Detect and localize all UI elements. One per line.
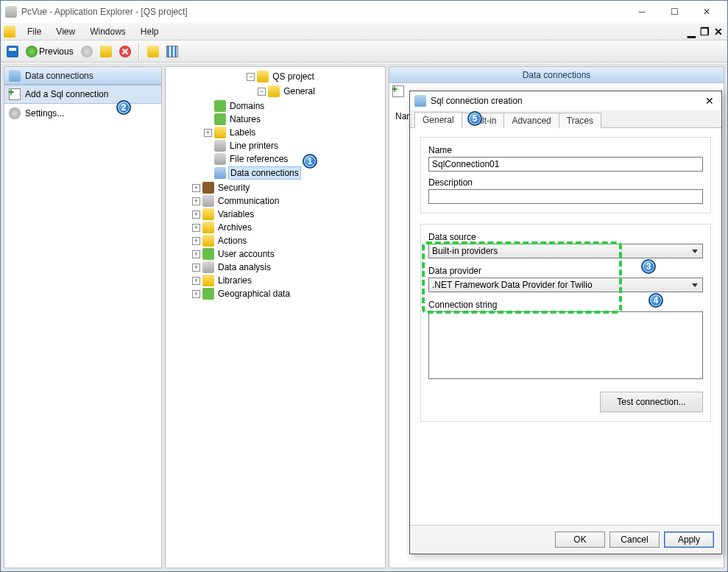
save-button[interactable] bbox=[4, 43, 21, 60]
open-folder-button[interactable] bbox=[97, 43, 115, 60]
dialog-close-button[interactable]: ✕ bbox=[702, 95, 717, 107]
action-settings[interactable]: Settings... bbox=[4, 104, 161, 123]
sql-connection-creation-dialog: Sql connection creation ✕ General Built-… bbox=[409, 91, 722, 554]
tree-actions[interactable]: Actions bbox=[216, 235, 248, 247]
communication-icon bbox=[202, 195, 214, 207]
tree-root[interactable]: QS project bbox=[271, 71, 316, 82]
expander-icon[interactable]: + bbox=[192, 277, 200, 285]
apply-button[interactable]: Apply bbox=[664, 532, 714, 548]
mdi-restore-button[interactable]: ❐ bbox=[700, 26, 710, 38]
action-label: Settings... bbox=[25, 108, 64, 119]
cancel-button[interactable]: Cancel bbox=[609, 532, 660, 548]
expander-icon[interactable]: + bbox=[192, 224, 200, 232]
libraries-icon bbox=[202, 275, 214, 286]
menu-help[interactable]: Help bbox=[133, 25, 166, 38]
actions-icon bbox=[202, 235, 214, 247]
geographical-icon bbox=[202, 288, 214, 300]
label-data-provider: Data provider bbox=[428, 266, 703, 276]
action-label: Add a Sql connection bbox=[25, 89, 108, 99]
input-name[interactable] bbox=[428, 157, 703, 172]
menu-windows[interactable]: Windows bbox=[82, 25, 133, 38]
label-name: Name bbox=[428, 145, 703, 155]
project-icon bbox=[257, 71, 269, 82]
folder-icon bbox=[268, 85, 280, 97]
menu-view[interactable]: View bbox=[49, 25, 82, 38]
printer-icon bbox=[214, 140, 226, 152]
combo-data-source[interactable]: Built-in providers bbox=[428, 244, 703, 258]
menubar: File View Windows Help ▁ ❐ ✕ bbox=[1, 23, 727, 40]
mdi-minimize-button[interactable]: ▁ bbox=[688, 26, 696, 38]
menu-file[interactable]: File bbox=[20, 25, 49, 38]
tree-archives[interactable]: Archives bbox=[216, 222, 253, 233]
test-connection-button[interactable]: Test connection... bbox=[600, 392, 703, 412]
data-connections-icon bbox=[214, 167, 226, 179]
expander-icon[interactable]: + bbox=[192, 264, 200, 272]
callout-badge-4: 4 bbox=[649, 293, 663, 308]
combo-data-provider[interactable]: .NET Framework Data Provider for Twilio bbox=[428, 278, 703, 292]
tree-data-connections[interactable]: Data connections bbox=[228, 166, 301, 180]
stop-icon bbox=[119, 46, 131, 57]
mdi-close-button[interactable]: ✕ bbox=[714, 26, 723, 38]
back-label: Previous bbox=[39, 46, 74, 57]
label-data-source: Data source bbox=[428, 232, 703, 242]
tree-natures[interactable]: Natures bbox=[228, 113, 262, 125]
tree-file-references[interactable]: File references bbox=[228, 153, 289, 165]
dialog-tabs: General Built-in Advanced Traces bbox=[410, 110, 721, 128]
data-connections-icon bbox=[9, 70, 21, 82]
expander-icon[interactable]: − bbox=[247, 73, 255, 81]
tree-general[interactable]: General bbox=[282, 85, 317, 97]
expander-icon[interactable]: − bbox=[258, 88, 266, 96]
expander-icon[interactable]: + bbox=[204, 129, 212, 137]
textarea-connection-string[interactable] bbox=[428, 311, 703, 379]
tab-traces[interactable]: Traces bbox=[559, 113, 601, 128]
view-mode-button[interactable] bbox=[163, 43, 181, 60]
back-button[interactable]: Previous bbox=[23, 43, 77, 60]
label-description: Description bbox=[428, 177, 703, 188]
expander-icon[interactable]: + bbox=[192, 197, 200, 205]
forward-button[interactable] bbox=[78, 43, 96, 60]
folder-open-icon bbox=[100, 46, 112, 57]
ok-button[interactable]: OK bbox=[555, 532, 605, 548]
window-close-button[interactable]: ✕ bbox=[690, 1, 723, 22]
combo-data-source-value: Built-in providers bbox=[432, 246, 498, 256]
forward-arrow-icon bbox=[81, 46, 93, 57]
add-icon[interactable] bbox=[392, 85, 404, 97]
tree-variables[interactable]: Variables bbox=[216, 208, 255, 220]
file-ref-icon bbox=[214, 153, 226, 165]
tab-general[interactable]: General bbox=[414, 112, 462, 128]
action-add-sql-connection[interactable]: Add a Sql connection bbox=[4, 85, 161, 104]
expander-icon[interactable]: + bbox=[192, 290, 200, 298]
callout-badge-1: 1 bbox=[303, 154, 317, 169]
expander-icon[interactable]: + bbox=[192, 250, 200, 258]
tree-data-analysis[interactable]: Data analysis bbox=[216, 261, 272, 273]
windows-folder-button[interactable] bbox=[144, 43, 162, 60]
tree-libraries[interactable]: Libraries bbox=[216, 275, 253, 286]
expander-icon[interactable]: + bbox=[192, 211, 200, 219]
tree-labels[interactable]: Labels bbox=[228, 127, 257, 138]
input-description[interactable] bbox=[428, 189, 703, 204]
labels-icon bbox=[214, 127, 226, 138]
tree-security[interactable]: Security bbox=[216, 182, 251, 194]
tree-domains[interactable]: Domains bbox=[228, 100, 266, 112]
side-panel-title: Data connections bbox=[25, 71, 93, 81]
app-icon bbox=[5, 6, 17, 18]
group-provider: Data source Built-in providers Data prov… bbox=[420, 224, 711, 422]
tree-user-accounts[interactable]: User accounts bbox=[216, 248, 276, 260]
window-minimize-button[interactable]: ─ bbox=[626, 1, 658, 22]
dialog-button-row: OK Cancel Apply bbox=[410, 525, 721, 554]
explorer-tree[interactable]: −QS project −General Domains Natures +La… bbox=[165, 66, 386, 568]
archives-icon bbox=[202, 222, 214, 233]
tree-line-printers[interactable]: Line printers bbox=[228, 140, 280, 152]
expander-icon[interactable]: + bbox=[192, 184, 200, 192]
expander-icon[interactable]: + bbox=[192, 237, 200, 245]
tree-communication[interactable]: Communication bbox=[216, 195, 280, 207]
windows-icon bbox=[147, 46, 159, 57]
dialog-icon bbox=[414, 95, 426, 107]
dialog-title: Sql connection creation bbox=[431, 96, 698, 106]
tab-advanced[interactable]: Advanced bbox=[503, 113, 559, 128]
tree-geographical[interactable]: Geographical data bbox=[216, 288, 291, 300]
callout-badge-2: 2 bbox=[116, 100, 131, 115]
stop-button[interactable] bbox=[116, 43, 134, 60]
dialog-titlebar: Sql connection creation ✕ bbox=[410, 91, 721, 110]
window-maximize-button[interactable]: ☐ bbox=[658, 1, 690, 22]
